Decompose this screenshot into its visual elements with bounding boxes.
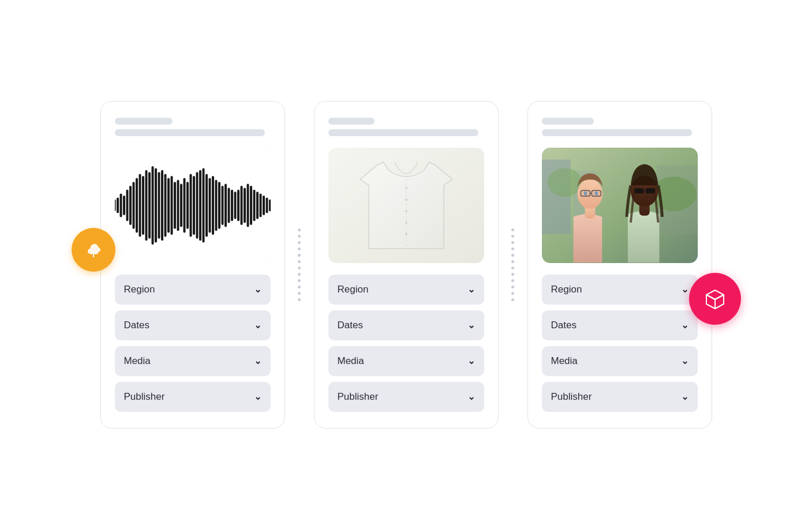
chevron-down-icon: ⌄: [681, 355, 688, 366]
filter-media[interactable]: Media ⌄: [328, 346, 484, 376]
skeleton-line-1: [115, 118, 173, 125]
box-3d-icon: [701, 284, 729, 313]
photo-image-area: [542, 148, 698, 263]
chevron-down-icon: ⌄: [681, 284, 688, 295]
cloud-upload-icon: [82, 238, 105, 261]
skeleton-line-1: [328, 118, 375, 125]
chevron-down-icon: ⌄: [681, 391, 688, 402]
main-scene: Region ⌄ Dates ⌄ Media ⌄ Publisher ⌄: [31, 48, 781, 481]
waveform-container: [115, 148, 271, 263]
svg-rect-23: [645, 188, 654, 193]
filter-publisher[interactable]: Publisher ⌄: [328, 382, 484, 412]
chevron-down-icon: ⌄: [254, 391, 261, 402]
card-audio: Region ⌄ Dates ⌄ Media ⌄ Publisher ⌄: [100, 101, 285, 429]
card-audio-filters: Region ⌄ Dates ⌄ Media ⌄ Publisher ⌄: [115, 275, 271, 412]
card-shirt: Region ⌄ Dates ⌄ Media ⌄ Publisher ⌄: [314, 101, 499, 429]
svg-point-18: [583, 191, 587, 195]
filter-region[interactable]: Region ⌄: [542, 275, 698, 305]
card-photo-header: [542, 118, 698, 136]
skeleton-line-2: [115, 129, 265, 136]
filter-media[interactable]: Media ⌄: [542, 346, 698, 376]
waveform-visual: [115, 159, 271, 252]
cloud-upload-badge: [72, 228, 115, 272]
photo-two-men: [542, 148, 698, 263]
card-wrapper-shirt: Region ⌄ Dates ⌄ Media ⌄ Publisher ⌄: [314, 101, 499, 429]
card-photo: Region ⌄ Dates ⌄ Media ⌄ Publisher ⌄: [527, 101, 712, 429]
card-photo-filters: Region ⌄ Dates ⌄ Media ⌄ Publisher ⌄: [542, 275, 698, 412]
svg-point-19: [594, 191, 598, 195]
skeleton-line-2: [328, 129, 478, 136]
shirt-visual: [328, 148, 484, 263]
men-photo-svg: [542, 148, 698, 263]
chevron-down-icon: ⌄: [254, 355, 261, 366]
filter-dates-label: Dates: [551, 320, 577, 331]
filter-region-label: Region: [338, 284, 369, 295]
divider-2: [499, 121, 527, 409]
audio-waveform-area: [115, 148, 271, 263]
chevron-down-icon: ⌄: [467, 284, 475, 295]
box-3d-badge: [689, 273, 741, 325]
filter-media-label: Media: [338, 355, 364, 367]
svg-marker-25: [706, 290, 724, 299]
svg-point-2: [405, 187, 407, 189]
filter-publisher[interactable]: Publisher ⌄: [542, 382, 698, 412]
filter-publisher-label: Publisher: [338, 391, 379, 403]
svg-point-4: [405, 210, 407, 212]
skeleton-line-2: [542, 129, 692, 136]
card-shirt-header: [328, 118, 484, 136]
skeleton-line-1: [542, 118, 594, 125]
filter-publisher-label: Publisher: [124, 391, 165, 403]
chevron-down-icon: ⌄: [467, 391, 475, 402]
filter-media-label: Media: [124, 355, 151, 367]
card-wrapper-audio: Region ⌄ Dates ⌄ Media ⌄ Publisher ⌄: [100, 101, 285, 429]
filter-dates-label: Dates: [338, 320, 363, 331]
chevron-down-icon: ⌄: [254, 284, 261, 295]
filter-dates-label: Dates: [124, 320, 149, 331]
filter-region-label: Region: [124, 284, 155, 295]
svg-marker-27: [715, 295, 724, 309]
filter-region[interactable]: Region ⌄: [328, 275, 484, 305]
divider-1: [285, 121, 314, 409]
filter-region[interactable]: Region ⌄: [115, 275, 271, 305]
filter-region-label: Region: [551, 284, 582, 295]
shirt-image-area: [328, 148, 484, 263]
filter-publisher-label: Publisher: [551, 391, 592, 403]
svg-point-6: [405, 233, 407, 235]
filter-publisher[interactable]: Publisher ⌄: [115, 382, 271, 412]
svg-rect-22: [634, 188, 643, 193]
filter-media[interactable]: Media ⌄: [115, 346, 271, 376]
svg-marker-26: [706, 295, 715, 309]
chevron-down-icon: ⌄: [467, 320, 475, 331]
svg-point-12: [547, 168, 582, 197]
chevron-down-icon: ⌄: [681, 320, 688, 331]
card-wrapper-photo: Region ⌄ Dates ⌄ Media ⌄ Publisher ⌄: [527, 101, 712, 429]
svg-point-5: [405, 222, 407, 224]
filter-dates[interactable]: Dates ⌄: [328, 310, 484, 340]
filter-media-label: Media: [551, 355, 578, 367]
card-audio-header: [115, 118, 271, 136]
chevron-down-icon: ⌄: [467, 355, 475, 366]
filter-dates[interactable]: Dates ⌄: [542, 310, 698, 340]
filter-dates[interactable]: Dates ⌄: [115, 310, 271, 340]
svg-point-3: [405, 198, 407, 201]
shirt-image: [349, 156, 464, 254]
card-shirt-filters: Region ⌄ Dates ⌄ Media ⌄ Publisher ⌄: [328, 275, 484, 412]
chevron-down-icon: ⌄: [254, 320, 261, 331]
